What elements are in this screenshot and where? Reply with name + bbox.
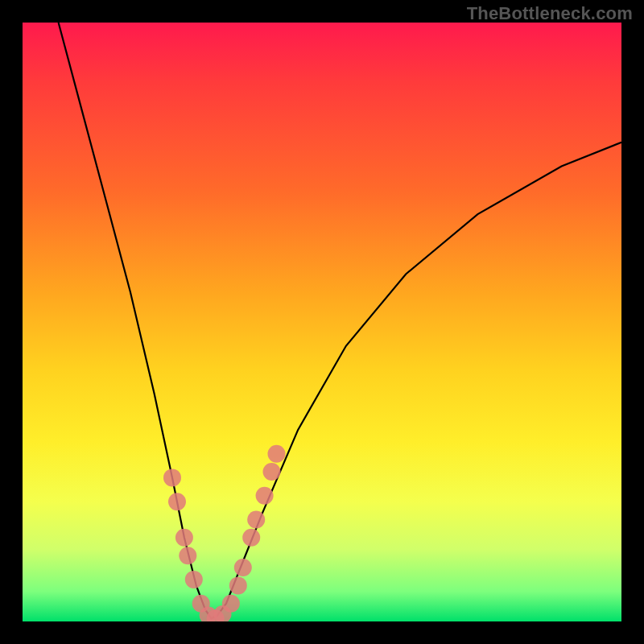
curve-dot — [268, 445, 286, 463]
curve-dot — [234, 559, 252, 576]
curve-layer — [23, 23, 621, 621]
curve-dot — [192, 595, 210, 613]
plot-area — [23, 23, 621, 621]
watermark-text: TheBottleneck.com — [467, 3, 633, 24]
bottleneck-curve — [59, 23, 621, 618]
curve-dot — [222, 595, 240, 613]
curve-dots — [163, 445, 286, 621]
curve-dot — [263, 463, 281, 481]
curve-dot — [163, 469, 181, 486]
curve-dot — [200, 607, 217, 621]
curve-dot — [179, 547, 196, 564]
curve-dot — [175, 529, 193, 547]
curve-dot — [214, 605, 232, 621]
curve-dot — [242, 529, 260, 547]
curve-dot — [247, 511, 265, 529]
curve-dot — [168, 493, 186, 510]
curve-dot — [185, 571, 203, 588]
curve-dot — [229, 576, 247, 594]
curve-dot — [207, 609, 225, 621]
curve-dot — [256, 487, 274, 505]
chart-container: TheBottleneck.com — [0, 0, 644, 644]
